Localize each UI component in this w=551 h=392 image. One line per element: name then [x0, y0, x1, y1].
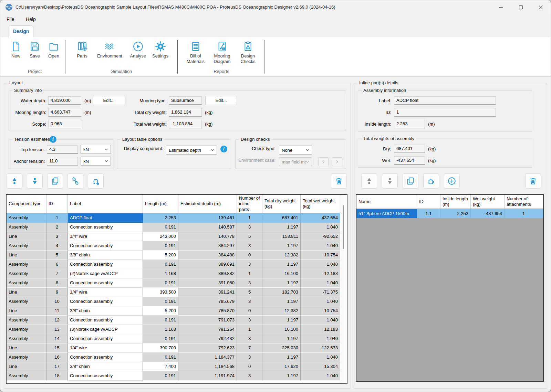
cell-length[interactable]: 0.191 [143, 353, 178, 362]
cell-id[interactable]: 4 [46, 241, 68, 251]
cell-id[interactable]: 3 [46, 232, 68, 241]
cell-depth[interactable]: 791.264 [178, 325, 237, 334]
table-row[interactable]: Line91/4" wire393.500391.2415182.703-71.… [7, 288, 340, 297]
table-row[interactable]: Assembly1ADCP float2.253139.4611687.401-… [7, 213, 340, 223]
cell-dry[interactable]: 1.197 [262, 260, 301, 269]
display-component-select[interactable]: Estimated depth [166, 146, 217, 155]
cell-wet[interactable]: 10.754 [301, 306, 340, 316]
design-checks-button[interactable]: Design Checks [236, 40, 260, 65]
cell-wet[interactable]: 1.040 [301, 260, 340, 269]
cell-parts[interactable]: 3 [237, 316, 262, 325]
cell-id[interactable]: 13 [46, 325, 68, 334]
cell-wet[interactable]: 12.183 [301, 269, 340, 278]
cell-type[interactable]: Assembly [7, 316, 46, 325]
cell-label[interactable]: (2)Nortek cage w/ADCP [68, 269, 143, 278]
cell-dry[interactable]: 12.382 [262, 251, 301, 260]
cell-depth[interactable]: 391.241 [178, 288, 237, 297]
cell-dry[interactable]: 1.197 [262, 241, 301, 251]
dry-weight-field[interactable]: 687.401 [394, 145, 425, 153]
cell-type[interactable]: Assembly [7, 269, 46, 278]
cell-parts[interactable]: 3 [237, 371, 262, 381]
move-up-button[interactable] [7, 173, 22, 189]
cell-length[interactable]: 0.191 [143, 223, 178, 232]
cell-depth[interactable]: 384.297 [178, 241, 237, 251]
table-row[interactable]: Assembly13(3)Nortek cage w/ADCP1.168791.… [7, 325, 340, 334]
column-header[interactable]: Length (m) [143, 195, 178, 213]
table-row[interactable]: Assembly8Connection assembly0.191391.050… [7, 278, 340, 288]
column-header[interactable]: Name [356, 195, 417, 209]
cell-depth[interactable]: 140.587 [178, 223, 237, 232]
cell-depth[interactable]: 389.691 [178, 260, 237, 269]
close-button[interactable] [531, 0, 551, 14]
column-header[interactable]: Number of attachments [505, 195, 543, 209]
cell-length[interactable]: 0.191 [143, 241, 178, 251]
cell-depth[interactable]: 785.679 [178, 297, 237, 306]
cell-id[interactable]: 15 [46, 343, 68, 353]
cell-wet[interactable]: 10.754 [301, 251, 340, 260]
cell-parts[interactable]: 0 [237, 362, 262, 371]
cell-label[interactable]: Connection assembly [68, 353, 143, 362]
anchor-tension-field[interactable]: 11.0 [47, 157, 78, 166]
cell-wet[interactable]: 12.183 [301, 325, 340, 334]
cell-label[interactable]: 3/8" chain [68, 251, 143, 260]
scope-field[interactable]: 0.968 [48, 120, 81, 128]
cell-type[interactable]: Assembly [7, 278, 46, 288]
column-header[interactable]: Total dry weight (kg) [262, 195, 301, 213]
cell-type[interactable]: Line [7, 362, 46, 371]
cell-parts[interactable]: 3 [237, 223, 262, 232]
cell-wet[interactable]: 1.040 [301, 353, 340, 362]
cell-type[interactable]: Line [7, 251, 46, 260]
table-row[interactable]: Line53/8" chain5.200384.488012.38210.754 [7, 251, 340, 260]
rope-button[interactable] [67, 173, 83, 189]
cell-parts[interactable]: 3 [237, 353, 262, 362]
inside-length-field[interactable]: 2.253 [394, 120, 425, 128]
cell-dry[interactable]: 1.197 [262, 316, 301, 325]
cell-type[interactable]: Assembly [7, 223, 46, 232]
layout-table-scrollbar[interactable] [340, 195, 347, 383]
cell-label[interactable]: 1/4" wire [68, 232, 143, 241]
cell-id[interactable]: 5 [46, 251, 68, 260]
display-component-info-icon[interactable]: i [220, 146, 227, 152]
cell-label[interactable]: Connection assembly [68, 316, 143, 325]
cell-type[interactable]: Assembly [7, 297, 46, 306]
cell-wet[interactable]: 1.040 [301, 334, 340, 343]
cell-length[interactable]: 2.253 [143, 213, 178, 223]
maximize-button[interactable] [511, 0, 531, 14]
cell-parts[interactable]: 5 [237, 288, 262, 297]
cell-name[interactable]: 51" Sphere ADCP 1500m [356, 209, 417, 218]
top-tension-unit-select[interactable]: kN [81, 145, 111, 154]
cell-wet[interactable]: 1.040 [301, 297, 340, 306]
table-row[interactable]: Assembly18Connection assembly0.1911,191.… [7, 371, 340, 381]
open-button[interactable]: Open [45, 40, 63, 59]
cell-parts[interactable]: 1 [237, 325, 262, 334]
cell-parts[interactable]: 3 [237, 241, 262, 251]
cell-length[interactable]: 390.700 [143, 343, 178, 353]
delete-part-button[interactable] [525, 173, 541, 189]
cell-id[interactable]: 12 [46, 316, 68, 325]
scrollbar-thumb[interactable] [343, 205, 344, 249]
total-wet-field[interactable]: -1,103.854 [169, 120, 202, 128]
tension-info-icon[interactable]: i [50, 136, 56, 143]
cell-length[interactable]: 5.200 [143, 306, 178, 316]
cell-depth[interactable]: 785.870 [178, 306, 237, 316]
cell-depth[interactable]: 384.488 [178, 251, 237, 260]
cell-dry[interactable]: 687.401 [262, 213, 301, 223]
cell-dry[interactable]: 153.811 [262, 232, 301, 241]
cell-id[interactable]: 16 [46, 353, 68, 362]
cell-label[interactable]: Connection assembly [68, 297, 143, 306]
cell-parts[interactable]: 1 [237, 269, 262, 278]
cell-length[interactable]: 0.191 [143, 334, 178, 343]
cell-id[interactable]: 18 [46, 371, 68, 381]
minimize-button[interactable] [491, 0, 511, 14]
parts-button[interactable]: Parts [72, 40, 92, 59]
shackle-button[interactable] [88, 173, 104, 189]
cell-id[interactable]: 2 [46, 223, 68, 232]
table-row[interactable]: Assembly6Connection assembly0.191389.691… [7, 260, 340, 269]
cell-parts[interactable]: 3 [237, 297, 262, 306]
top-tension-field[interactable]: 4.3 [47, 145, 78, 154]
table-row[interactable]: Line151/4" wire390.700792.6237225.030-12… [7, 343, 340, 353]
cell-wet[interactable]: 15.304 [301, 362, 340, 371]
cell-wet[interactable]: 1.040 [301, 316, 340, 325]
mooring-length-field[interactable]: 4,663.747 [48, 108, 81, 117]
wet-weight-field[interactable]: -437.654 [394, 156, 425, 165]
